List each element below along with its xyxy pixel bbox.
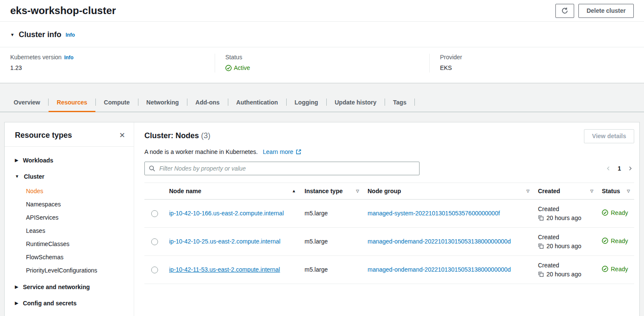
chevron-right-icon: ▶: [15, 158, 18, 162]
next-page-button[interactable]: [628, 165, 632, 171]
tab-divider: [414, 99, 415, 106]
tab-add-ons[interactable]: Add-ons: [187, 93, 228, 112]
cluster-info-body: Kubernetes versionInfo 1.23 Status Activ…: [0, 47, 644, 83]
sort-icon: ▽: [590, 189, 593, 193]
node-name-link[interactable]: ip-10-42-10-166.us-east-2.compute.intern…: [169, 210, 284, 217]
resource-types-title: Resource types: [15, 131, 72, 140]
cluster-info-header: ▼ Cluster info Info: [0, 22, 644, 47]
cluster-info-title: Cluster info: [19, 30, 61, 39]
instance-type-cell: m5.large: [300, 199, 363, 227]
close-icon[interactable]: ✕: [119, 132, 125, 139]
tab-tags[interactable]: Tags: [385, 93, 415, 112]
view-details-button[interactable]: View details: [584, 129, 634, 143]
column-header-instance-type[interactable]: Instance type ▽: [300, 183, 363, 199]
tab-networking[interactable]: Networking: [138, 93, 187, 112]
check-circle-icon: [602, 238, 608, 244]
status-text: Ready: [611, 266, 628, 273]
status-badge: Ready: [602, 238, 628, 244]
check-circle-icon: [602, 209, 608, 216]
sidebar-group-cluster[interactable]: ▼ Cluster: [5, 168, 134, 185]
cluster-info-panel: ▼ Cluster info Info Kubernetes versionIn…: [0, 22, 644, 83]
copy-icon[interactable]: [538, 215, 544, 221]
tab-compute[interactable]: Compute: [96, 93, 138, 112]
tab-overview[interactable]: Overview: [6, 93, 48, 112]
external-link-icon: [296, 149, 302, 155]
column-label: Node group: [368, 188, 401, 194]
status-text: Ready: [611, 238, 628, 244]
table-row: ip-10-42-10-25.us-east-2.compute.interna…: [144, 227, 634, 255]
sidebar-group-label: Config and secrets: [23, 300, 77, 307]
nodes-description: A node is a worker machine in Kubernetes…: [144, 148, 634, 155]
resources-panel: Resource types ✕ ▶ Workloads ▼ Cluster N…: [4, 122, 640, 316]
check-circle-icon: [602, 266, 608, 272]
row-select-radio[interactable]: [151, 238, 158, 245]
tab-resources[interactable]: Resources: [49, 93, 95, 112]
current-page-number[interactable]: 1: [618, 165, 621, 172]
table-row: ip-10-42-11-53.us-east-2.compute.interna…: [144, 255, 634, 284]
refresh-button[interactable]: [555, 4, 574, 18]
sidebar-group-service-networking[interactable]: ▶ Service and networking: [5, 279, 134, 295]
filter-box: [144, 162, 420, 175]
node-name-link[interactable]: ip-10-42-11-53.us-east-2.compute.interna…: [169, 266, 280, 273]
created-label: Created: [538, 262, 593, 269]
status-label: Status: [225, 54, 419, 61]
search-icon: [149, 165, 155, 172]
kubernetes-version-label-text: Kubernetes version: [10, 54, 62, 61]
copy-icon[interactable]: [538, 243, 544, 249]
tab-logging[interactable]: Logging: [287, 93, 326, 112]
nodes-title: Cluster: Nodes(3): [144, 129, 210, 140]
created-label: Created: [538, 206, 593, 212]
column-header-status[interactable]: Status ▽: [598, 183, 634, 199]
row-select-radio[interactable]: [151, 267, 158, 273]
column-label: Created: [538, 188, 560, 194]
status-text: Active: [234, 64, 250, 71]
node-group-link[interactable]: managed-ondemand-20221013015053138000000…: [368, 238, 511, 245]
resource-types-nav: ▶ Workloads ▼ Cluster Nodes Namespaces A…: [5, 147, 134, 316]
instance-type-cell: m5.large: [300, 255, 363, 284]
tab-update-history[interactable]: Update history: [327, 93, 385, 112]
refresh-icon: [561, 7, 568, 14]
created-ago: 20 hours ago: [546, 271, 581, 278]
sidebar-group-config-secrets[interactable]: ▶ Config and secrets: [5, 295, 134, 311]
collapse-caret-icon[interactable]: ▼: [10, 33, 14, 37]
provider-field: Provider EKS: [429, 54, 644, 72]
status-text: Ready: [611, 209, 628, 216]
learn-more-text: Learn more: [263, 148, 293, 155]
sidebar-item-nodes[interactable]: Nodes: [5, 185, 134, 198]
kubernetes-version-field: Kubernetes versionInfo 1.23: [0, 54, 215, 72]
check-circle-icon: [225, 65, 232, 71]
node-name-link[interactable]: ip-10-42-10-25.us-east-2.compute.interna…: [169, 238, 280, 245]
nodes-title-text: Cluster: Nodes: [144, 131, 199, 140]
chevron-right-icon: ▶: [15, 285, 18, 289]
select-all-header: [144, 183, 165, 199]
node-group-link[interactable]: managed-ondemand-20221013015053138000000…: [368, 266, 511, 273]
sidebar-item-prioritylevelconfigurations[interactable]: PriorityLevelConfigurations: [5, 264, 134, 277]
status-field: Status Active: [215, 54, 429, 72]
sidebar-item-namespaces[interactable]: Namespaces: [5, 198, 134, 211]
filter-row: 1: [144, 162, 634, 175]
filter-nodes-input[interactable]: [144, 162, 420, 175]
page-title: eks-workshop-cluster: [10, 5, 116, 17]
cluster-tabs: Overview Resources Compute Networking Ad…: [0, 93, 644, 112]
cluster-info-link[interactable]: Info: [66, 32, 75, 38]
delete-cluster-button[interactable]: Delete cluster: [578, 4, 634, 18]
sidebar-item-leases[interactable]: Leases: [5, 224, 134, 238]
kubernetes-version-info-link[interactable]: Info: [64, 55, 74, 61]
column-header-node-group[interactable]: Node group ▽: [363, 183, 534, 199]
copy-icon[interactable]: [538, 271, 544, 277]
learn-more-link[interactable]: Learn more: [263, 148, 302, 155]
previous-page-button[interactable]: [606, 165, 611, 171]
tab-authentication[interactable]: Authentication: [228, 93, 286, 112]
created-cell: Created 20 hours ago: [534, 199, 598, 227]
column-header-node-name[interactable]: Node name ▲: [165, 183, 300, 199]
node-group-link[interactable]: managed-system-2022101301505357600000000…: [368, 210, 500, 217]
sidebar-group-workloads[interactable]: ▶ Workloads: [5, 152, 134, 168]
sidebar-item-apiservices[interactable]: APIServices: [5, 211, 134, 224]
nodes-content: Cluster: Nodes(3) View details A node is…: [134, 122, 639, 316]
column-label: Status: [602, 188, 620, 194]
row-select-radio[interactable]: [151, 210, 158, 217]
sidebar-item-flowschemas[interactable]: FlowSchemas: [5, 251, 134, 264]
column-header-created[interactable]: Created ▽: [534, 183, 598, 199]
sidebar-item-runtimeclasses[interactable]: RuntimeClasses: [5, 238, 134, 251]
status-value: Active: [225, 64, 250, 71]
